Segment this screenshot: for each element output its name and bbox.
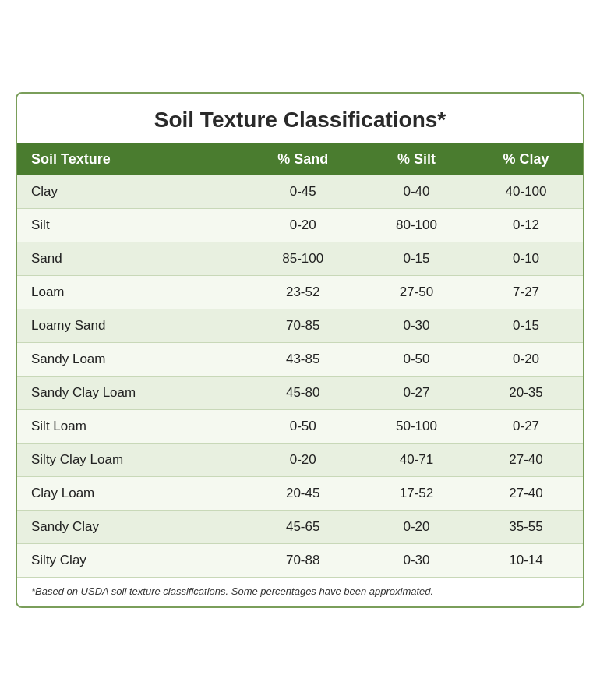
cell-texture: Sand bbox=[17, 242, 242, 276]
cell-clay: 40-100 bbox=[469, 175, 583, 209]
cell-texture: Silt Loam bbox=[17, 410, 242, 444]
header-soil-texture: Soil Texture bbox=[17, 143, 242, 175]
cell-texture: Clay Loam bbox=[17, 477, 242, 511]
cell-texture: Silt bbox=[17, 209, 242, 242]
cell-silt: 17-52 bbox=[364, 477, 469, 511]
footnote: *Based on USDA soil texture classificati… bbox=[17, 578, 583, 597]
cell-silt: 27-50 bbox=[364, 276, 469, 309]
card: Soil Texture Classifications* Soil Textu… bbox=[16, 92, 584, 608]
table-row: Clay0-450-4040-100 bbox=[17, 175, 583, 209]
cell-sand: 70-85 bbox=[242, 309, 364, 343]
table-row: Sand85-1000-150-10 bbox=[17, 242, 583, 276]
header-clay: % Clay bbox=[469, 143, 583, 175]
cell-sand: 70-88 bbox=[242, 544, 364, 578]
cell-clay: 0-12 bbox=[469, 209, 583, 242]
cell-silt: 0-20 bbox=[364, 511, 469, 544]
cell-clay: 0-15 bbox=[469, 309, 583, 343]
table-row: Sandy Loam43-850-500-20 bbox=[17, 343, 583, 377]
table-row: Sandy Clay45-650-2035-55 bbox=[17, 511, 583, 544]
cell-texture: Clay bbox=[17, 175, 242, 209]
cell-texture: Loam bbox=[17, 276, 242, 309]
cell-sand: 43-85 bbox=[242, 343, 364, 377]
table-row: Loam23-5227-507-27 bbox=[17, 276, 583, 309]
table-row: Silty Clay70-880-3010-14 bbox=[17, 544, 583, 578]
cell-texture: Sandy Clay bbox=[17, 511, 242, 544]
table-row: Clay Loam20-4517-5227-40 bbox=[17, 477, 583, 511]
cell-silt: 40-71 bbox=[364, 444, 469, 477]
cell-texture: Sandy Clay Loam bbox=[17, 377, 242, 410]
cell-sand: 23-52 bbox=[242, 276, 364, 309]
cell-texture: Silty Clay Loam bbox=[17, 444, 242, 477]
table-header-row: Soil Texture % Sand % Silt % Clay bbox=[17, 143, 583, 175]
cell-silt: 0-50 bbox=[364, 343, 469, 377]
cell-sand: 0-50 bbox=[242, 410, 364, 444]
cell-silt: 0-40 bbox=[364, 175, 469, 209]
cell-sand: 45-65 bbox=[242, 511, 364, 544]
table-row: Silt Loam0-5050-1000-27 bbox=[17, 410, 583, 444]
cell-texture: Silty Clay bbox=[17, 544, 242, 578]
table-row: Loamy Sand70-850-300-15 bbox=[17, 309, 583, 343]
cell-silt: 80-100 bbox=[364, 209, 469, 242]
table-row: Silty Clay Loam0-2040-7127-40 bbox=[17, 444, 583, 477]
header-sand: % Sand bbox=[242, 143, 364, 175]
cell-sand: 20-45 bbox=[242, 477, 364, 511]
cell-silt: 0-15 bbox=[364, 242, 469, 276]
soil-texture-table: Soil Texture % Sand % Silt % Clay Clay0-… bbox=[17, 143, 583, 578]
cell-texture: Sandy Loam bbox=[17, 343, 242, 377]
cell-clay: 7-27 bbox=[469, 276, 583, 309]
cell-sand: 0-20 bbox=[242, 209, 364, 242]
cell-texture: Loamy Sand bbox=[17, 309, 242, 343]
cell-clay: 20-35 bbox=[469, 377, 583, 410]
cell-sand: 45-80 bbox=[242, 377, 364, 410]
header-silt: % Silt bbox=[364, 143, 469, 175]
cell-sand: 0-45 bbox=[242, 175, 364, 209]
cell-sand: 85-100 bbox=[242, 242, 364, 276]
cell-clay: 0-20 bbox=[469, 343, 583, 377]
cell-silt: 50-100 bbox=[364, 410, 469, 444]
cell-clay: 27-40 bbox=[469, 444, 583, 477]
table-row: Silt0-2080-1000-12 bbox=[17, 209, 583, 242]
cell-clay: 35-55 bbox=[469, 511, 583, 544]
cell-silt: 0-27 bbox=[364, 377, 469, 410]
cell-clay: 10-14 bbox=[469, 544, 583, 578]
cell-silt: 0-30 bbox=[364, 544, 469, 578]
cell-clay: 0-10 bbox=[469, 242, 583, 276]
cell-silt: 0-30 bbox=[364, 309, 469, 343]
cell-clay: 27-40 bbox=[469, 477, 583, 511]
page-title: Soil Texture Classifications* bbox=[17, 94, 583, 143]
table-row: Sandy Clay Loam45-800-2720-35 bbox=[17, 377, 583, 410]
cell-sand: 0-20 bbox=[242, 444, 364, 477]
cell-clay: 0-27 bbox=[469, 410, 583, 444]
